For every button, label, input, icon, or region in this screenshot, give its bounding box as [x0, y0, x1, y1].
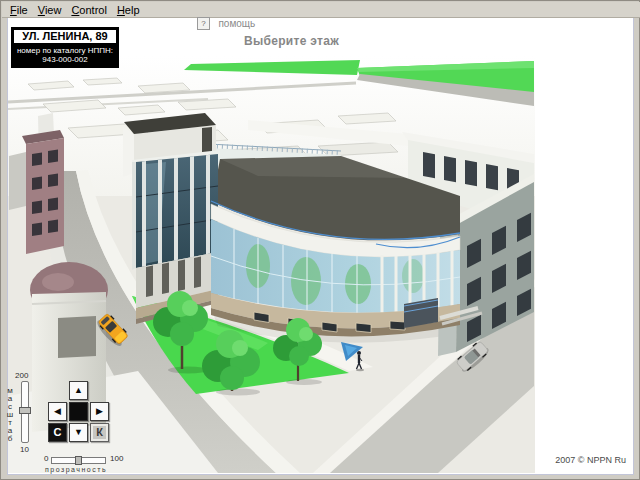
help-question-icon[interactable]: ? [197, 17, 210, 30]
glass-tower [132, 150, 220, 270]
center-button[interactable] [69, 402, 88, 421]
menu-label: ile [17, 4, 28, 16]
address-catalog-number: 943-000-002 [13, 55, 117, 64]
app-window: File View Control Help [0, 0, 640, 480]
k-button[interactable]: К [90, 423, 109, 442]
help-label: помощь [218, 18, 255, 29]
menu-accel: H [117, 4, 125, 16]
scale-slider-label: м а с ш т а б [6, 387, 14, 443]
page-title: Выберите этаж [244, 34, 339, 48]
address-title: УЛ. ЛЕНИНА, 89 [13, 29, 117, 44]
copyright-text: 2007 © NPPN Ru [555, 455, 626, 465]
menu-item-view[interactable]: View [33, 4, 67, 16]
transparency-max-label: 100 [110, 454, 123, 463]
address-catalog-label: номер по каталогу НППН: [13, 46, 117, 55]
menu-accel: V [38, 4, 45, 16]
arrow-down-icon: ▼ [74, 428, 83, 437]
menu-label: ontrol [79, 4, 107, 16]
scale-slider-handle[interactable] [19, 407, 31, 414]
address-box: УЛ. ЛЕНИНА, 89 номер по каталогу НППН: 9… [11, 27, 119, 68]
arrow-left-icon: ◀ [54, 407, 61, 416]
transparency-slider-handle[interactable] [75, 456, 82, 465]
menu-item-file[interactable]: File [5, 4, 33, 16]
menu-label: elp [125, 4, 140, 16]
menu-item-control[interactable]: Control [66, 4, 111, 16]
pan-down-button[interactable]: ▼ [69, 423, 88, 442]
c-button[interactable]: C [48, 423, 67, 442]
pan-up-button[interactable]: ▲ [69, 381, 88, 400]
help-button[interactable]: ? помощь [197, 14, 255, 32]
scale-max-label: 200 [15, 371, 28, 380]
menu-accel: F [10, 4, 17, 16]
menubar: File View Control Help [2, 2, 640, 18]
arrow-right-icon: ▶ [96, 407, 103, 416]
transparency-slider-label: прозрачность [45, 466, 107, 473]
arrow-up-icon: ▲ [74, 386, 83, 395]
pan-right-button[interactable]: ▶ [90, 402, 109, 421]
transparency-min-label: 0 [44, 454, 48, 463]
scale-min-label: 10 [20, 445, 29, 454]
menu-item-help[interactable]: Help [112, 4, 145, 16]
pan-left-button[interactable]: ◀ [48, 402, 67, 421]
menu-label: iew [45, 4, 62, 16]
